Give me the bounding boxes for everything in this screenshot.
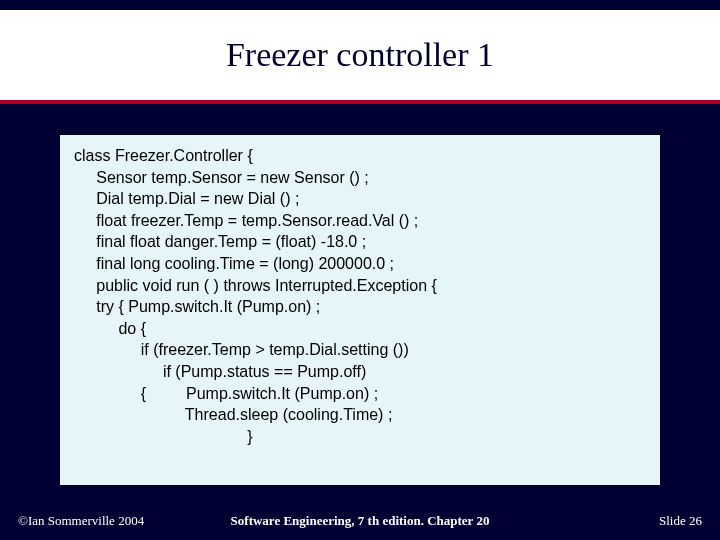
code-line: if (Pump.status == Pump.off) [74,361,646,383]
title-area: Freezer controller 1 [0,10,720,100]
code-line: Thread.sleep (cooling.Time) ; [74,404,646,426]
code-line: if (freezer.Temp > temp.Dial.setting ()) [74,339,646,361]
code-box: class Freezer.Controller { Sensor temp.S… [60,135,660,485]
code-line: { Pump.switch.It (Pump.on) ; [74,383,646,405]
slide: Freezer controller 1 class Freezer.Contr… [0,0,720,540]
code-line: Sensor temp.Sensor = new Sensor () ; [74,167,646,189]
title-underline [0,100,720,104]
code-line: float freezer.Temp = temp.Sensor.read.Va… [74,210,646,232]
code-line: Dial temp.Dial = new Dial () ; [74,188,646,210]
code-line: } [74,426,646,448]
code-line: public void run ( ) throws Interrupted.E… [74,275,646,297]
code-line: class Freezer.Controller { [74,145,646,167]
slide-title: Freezer controller 1 [226,36,494,74]
footer-slide-num: Slide 26 [659,513,702,529]
code-line: final float danger.Temp = (float) -18.0 … [74,231,646,253]
code-line: do { [74,318,646,340]
code-line: try { Pump.switch.It (Pump.on) ; [74,296,646,318]
code-line: final long cooling.Time = (long) 200000.… [74,253,646,275]
footer: ©Ian Sommerville 2004 Software Engineeri… [0,510,720,532]
footer-center: Software Engineering, 7 th edition. Chap… [0,513,720,529]
